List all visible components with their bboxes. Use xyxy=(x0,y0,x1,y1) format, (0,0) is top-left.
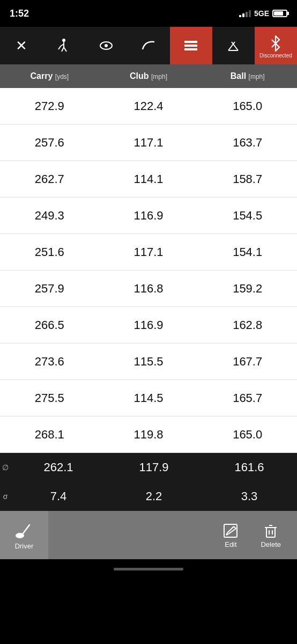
tools-icon xyxy=(225,38,241,54)
carry-cell: 249.3 xyxy=(0,209,99,223)
status-time: 1:52 xyxy=(10,8,29,19)
edit-icon xyxy=(222,522,239,539)
club-cell: 114.1 xyxy=(99,172,198,186)
curve-button[interactable] xyxy=(127,27,169,64)
svg-line-12 xyxy=(232,42,238,50)
carry-cell: 273.6 xyxy=(0,355,99,369)
svg-rect-8 xyxy=(184,41,197,43)
golfer-icon xyxy=(56,38,72,54)
table-row: 251.6 117.1 154.1 xyxy=(0,234,297,270)
status-right-group: 5GE xyxy=(239,9,287,18)
club-cell: 122.4 xyxy=(99,99,198,113)
carry-cell: 262.7 xyxy=(0,172,99,186)
club-cell: 115.5 xyxy=(99,355,198,369)
svg-rect-22 xyxy=(266,528,275,537)
table-row: 273.6 115.5 167.7 xyxy=(0,343,297,380)
driver-icon xyxy=(14,521,34,540)
svg-rect-10 xyxy=(184,48,197,50)
club-cell: 117.1 xyxy=(99,136,198,150)
club-cell: 116.8 xyxy=(99,282,198,296)
signal-bar-2 xyxy=(242,13,244,17)
edit-label: Edit xyxy=(225,540,236,548)
close-icon: ✕ xyxy=(16,39,27,53)
footer-actions: Edit Delete xyxy=(48,522,297,548)
club-cell: 114.5 xyxy=(99,391,198,405)
golfer-button[interactable] xyxy=(42,27,85,64)
ball-cell: 165.0 xyxy=(198,99,297,113)
home-bar xyxy=(114,568,183,570)
summary-std-carry: 7.4 xyxy=(11,489,106,503)
ball-cell: 162.8 xyxy=(198,318,297,332)
delete-icon xyxy=(262,522,279,539)
svg-line-15 xyxy=(23,525,29,533)
list-icon xyxy=(183,38,199,54)
summary-std-row: σ 7.4 2.2 3.3 xyxy=(0,482,297,511)
carry-cell: 266.5 xyxy=(0,318,99,332)
signal-bar-4 xyxy=(249,10,251,17)
curve-icon xyxy=(140,38,157,54)
carry-cell: 257.9 xyxy=(0,282,99,296)
footer: Driver Edit Delete xyxy=(0,511,297,559)
summary-avg-club: 117.9 xyxy=(106,460,202,474)
club-name: Driver xyxy=(15,542,34,550)
status-bar: 1:52 5GE xyxy=(0,0,297,27)
eye-icon xyxy=(98,38,114,54)
club-header: Club [mph] xyxy=(99,71,198,81)
table-row: 275.5 114.5 165.7 xyxy=(0,380,297,416)
battery-fill xyxy=(274,11,283,16)
club-cell: 119.8 xyxy=(99,428,198,442)
ball-cell: 165.7 xyxy=(198,391,297,405)
table-row: 262.7 114.1 158.7 xyxy=(0,161,297,197)
summary-std-prefix: σ xyxy=(0,492,11,501)
summary-avg-carry: 262.1 xyxy=(11,460,106,474)
eye-button[interactable] xyxy=(85,27,127,64)
ball-cell: 154.1 xyxy=(198,245,297,259)
summary-section: ∅ 262.1 117.9 161.6 σ 7.4 2.2 3.3 xyxy=(0,453,297,511)
battery-icon xyxy=(272,10,287,17)
svg-point-0 xyxy=(62,39,65,42)
edit-action[interactable]: Edit xyxy=(222,522,239,548)
svg-rect-16 xyxy=(224,524,237,537)
ball-cell: 167.7 xyxy=(198,355,297,369)
table-header: Carry [yds] Club [mph] Ball [mph] xyxy=(0,64,297,88)
summary-std-ball: 3.3 xyxy=(202,489,297,503)
close-button[interactable]: ✕ xyxy=(0,27,42,64)
table-row: 266.5 116.9 162.8 xyxy=(0,307,297,343)
summary-avg-row: ∅ 262.1 117.9 161.6 xyxy=(0,453,297,482)
home-indicator xyxy=(0,559,297,579)
table-row: 272.9 122.4 165.0 xyxy=(0,88,297,125)
delete-label: Delete xyxy=(261,540,281,548)
club-cell: 116.9 xyxy=(99,209,198,223)
club-cell: 117.1 xyxy=(99,245,198,259)
tools-button[interactable] xyxy=(212,27,255,64)
svg-point-7 xyxy=(105,44,108,47)
carry-cell: 272.9 xyxy=(0,99,99,113)
table-row: 257.6 117.1 163.7 xyxy=(0,125,297,161)
ball-cell: 165.0 xyxy=(198,428,297,442)
carry-cell: 257.6 xyxy=(0,136,99,150)
list-button[interactable] xyxy=(170,27,212,64)
summary-std-club: 2.2 xyxy=(106,489,202,503)
ball-cell: 163.7 xyxy=(198,136,297,150)
network-type: 5GE xyxy=(254,9,269,18)
carry-cell: 268.1 xyxy=(0,428,99,442)
table-row: 268.1 119.8 165.0 xyxy=(0,416,297,453)
svg-line-4 xyxy=(64,47,66,52)
signal-bar-1 xyxy=(239,15,241,17)
ball-cell: 158.7 xyxy=(198,172,297,186)
bluetooth-button[interactable]: Disconnected xyxy=(255,27,297,64)
carry-cell: 251.6 xyxy=(0,245,99,259)
ball-cell: 154.5 xyxy=(198,209,297,223)
disconnected-label: Disconnected xyxy=(259,53,292,58)
summary-avg-prefix: ∅ xyxy=(0,463,11,472)
bluetooth-icon xyxy=(268,35,284,52)
svg-line-5 xyxy=(58,46,61,49)
club-cell: 116.9 xyxy=(99,318,198,332)
signal-bars xyxy=(239,10,251,17)
delete-action[interactable]: Delete xyxy=(261,522,281,548)
club-selector[interactable]: Driver xyxy=(0,511,48,559)
carry-cell: 275.5 xyxy=(0,391,99,405)
svg-line-11 xyxy=(228,42,235,50)
table-row: 257.9 116.8 159.2 xyxy=(0,270,297,307)
ball-cell: 159.2 xyxy=(198,282,297,296)
